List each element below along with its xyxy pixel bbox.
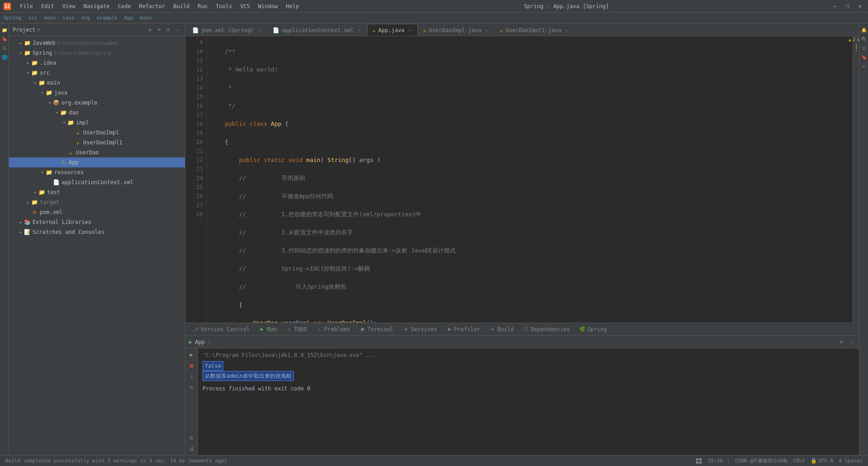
tab-pom-xml[interactable]: 📄 pom.xml (Spring) ✕ bbox=[187, 24, 267, 36]
javaweb-folder-icon: 📁 bbox=[24, 39, 31, 47]
tree-item-idea[interactable]: ▶ 📁 .idea bbox=[9, 58, 185, 68]
bottom-tab-terminal[interactable]: ▣ Terminal bbox=[356, 324, 397, 334]
tree-item-dao[interactable]: ▼ 📁 dao bbox=[9, 108, 185, 118]
line-num-24: 24 bbox=[185, 174, 203, 183]
status-indent[interactable]: 4 spaces bbox=[837, 458, 864, 464]
close-appcontext-tab[interactable]: ✕ bbox=[357, 28, 362, 33]
menu-file[interactable]: File bbox=[16, 2, 37, 10]
tree-item-pomxml[interactable]: ▶ m pom.xml bbox=[9, 207, 185, 217]
main-layout: 📁 🔖 ☰ 🌐 Project ▼ ⊕ ≡ ⚙ — ▶ 📁 JavaWe bbox=[0, 24, 868, 455]
tree-item-spring[interactable]: ▼ 📁 Spring D:\Users\Admin\Spring bbox=[9, 48, 185, 58]
breadcrumb-org[interactable]: org bbox=[81, 15, 90, 21]
bottom-tab-run[interactable]: ▶ Run bbox=[255, 324, 280, 334]
collapse-btn[interactable]: ≡ bbox=[155, 26, 163, 34]
project-icon[interactable]: 📁 bbox=[1, 26, 8, 33]
tree-item-target[interactable]: ▶ 📁 target bbox=[9, 197, 185, 207]
run-restart-btn[interactable]: ▶ bbox=[187, 350, 196, 359]
run-settings-btn[interactable]: ⚙ bbox=[837, 338, 845, 346]
code-editor[interactable]: 9 10 11 12 13 ▶ 14 15 ▶ 16 17 18 19 20 2… bbox=[185, 36, 853, 323]
code-line-15: public static void main( String[] args ) bbox=[211, 156, 849, 165]
close-panel-btn[interactable]: — bbox=[173, 26, 181, 34]
run-scroll-end-btn[interactable]: ⤓ bbox=[187, 372, 196, 381]
tree-item-test[interactable]: ▶ 📁 test bbox=[9, 187, 185, 197]
notifications-icon[interactable]: 🔔 bbox=[860, 26, 868, 33]
tree-label-app: App bbox=[69, 159, 79, 166]
tree-arrow-idea: ▶ bbox=[25, 60, 31, 66]
minimize-btn[interactable]: — bbox=[830, 3, 840, 10]
bottom-tab-problems[interactable]: ⚠ Problems bbox=[312, 324, 354, 334]
close-app-java-tab[interactable]: ✕ bbox=[407, 28, 413, 33]
bottom-tab-spring[interactable]: 🌿 Spring bbox=[576, 324, 610, 334]
menu-code[interactable]: Code bbox=[114, 2, 135, 10]
tree-item-java[interactable]: ▼ 📁 java bbox=[9, 88, 185, 98]
status-layout-btn[interactable] bbox=[694, 458, 704, 464]
tree-item-orgexample[interactable]: ▼ 📦 org.example bbox=[9, 98, 185, 108]
build-right-icon[interactable]: ⚒ bbox=[860, 62, 868, 70]
breadcrumb-java[interactable]: java bbox=[62, 15, 75, 21]
bottom-tab-todo[interactable]: ☑ TODO bbox=[282, 324, 311, 334]
close-pom-xml-tab[interactable]: ✕ bbox=[257, 28, 262, 33]
bookmarks-right-icon[interactable]: 🔖 bbox=[860, 53, 868, 61]
run-fold-btn[interactable]: ⊞ bbox=[187, 433, 196, 442]
menu-vcs[interactable]: VCS bbox=[236, 2, 254, 10]
breadcrumb-src[interactable]: src bbox=[28, 15, 37, 21]
tab-app-java[interactable]: ☕ App.java ✕ bbox=[368, 24, 418, 36]
tree-item-userdaoimpl[interactable]: ▶ ☕ UserDaoImpl bbox=[9, 128, 185, 138]
run-clear-btn[interactable]: ⊘ bbox=[187, 383, 196, 392]
structure-right-icon[interactable]: ☰ bbox=[860, 44, 868, 52]
tree-item-main[interactable]: ▼ 📁 main bbox=[9, 78, 185, 88]
tree-item-impl[interactable]: ▼ 📁 impl bbox=[9, 118, 185, 128]
line-num-23: 23 ▼ bbox=[185, 165, 203, 174]
scope-btn[interactable]: ⊕ bbox=[146, 26, 154, 34]
structure-icon[interactable]: ☰ bbox=[1, 44, 8, 52]
breadcrumb-example[interactable]: example bbox=[97, 15, 118, 21]
tree-item-app[interactable]: ▶ A App bbox=[9, 157, 185, 167]
status-crlf[interactable]: CRLF bbox=[791, 458, 807, 464]
tab-appcontext-xml[interactable]: 📄 applicationContext.xml ✕ bbox=[268, 24, 367, 36]
settings-btn[interactable]: ⚙ bbox=[164, 26, 172, 34]
close-run-panel[interactable]: ✕ bbox=[208, 339, 210, 344]
tree-item-userdaoimpl1[interactable]: ▶ ☕ UserDaoImpl1 bbox=[9, 138, 185, 147]
breadcrumb-spring[interactable]: Spring bbox=[4, 15, 22, 21]
web-icon[interactable]: 🌐 bbox=[1, 53, 8, 61]
project-dropdown-icon[interactable]: ▼ bbox=[38, 27, 40, 32]
bottom-tab-services[interactable]: ⚙ Services bbox=[399, 324, 441, 334]
tree-item-appcontext-xml[interactable]: ▶ 📄 applicationContext.xml bbox=[9, 177, 185, 187]
bottom-tab-dependencies[interactable]: ⬡ Dependencies bbox=[519, 324, 574, 334]
menu-navigate[interactable]: Navigate bbox=[80, 2, 113, 10]
tabs-more-btn[interactable]: ⋮ bbox=[849, 27, 857, 35]
menu-window[interactable]: Window bbox=[255, 2, 281, 10]
tab-userdaoimpl1[interactable]: ☕ UserDaoImpl1.java ✕ bbox=[495, 24, 574, 36]
plugins-icon[interactable]: 🔌 bbox=[860, 35, 868, 43]
breadcrumb-main-method[interactable]: main bbox=[140, 15, 152, 21]
run-minimize-btn[interactable]: — bbox=[847, 338, 855, 346]
close-userdaoimpl-tab[interactable]: ✕ bbox=[484, 28, 489, 33]
tree-item-javaweb[interactable]: ▶ 📁 JavaWeb D:\Users\Admin\JavaWeb bbox=[9, 38, 185, 48]
bookmark-icon[interactable]: 🔖 bbox=[1, 35, 8, 43]
run-stop-btn[interactable]: ■ bbox=[187, 361, 196, 370]
menu-tools[interactable]: Tools bbox=[212, 2, 236, 10]
tree-item-scratches[interactable]: ▶ 📝 Scratches and Consoles bbox=[9, 227, 185, 237]
close-userdaoimpl1-tab[interactable]: ✕ bbox=[564, 28, 569, 33]
menu-help[interactable]: Help bbox=[282, 2, 302, 10]
breadcrumb-app[interactable]: App bbox=[124, 15, 133, 21]
breadcrumb-main[interactable]: main bbox=[44, 15, 56, 21]
menu-run[interactable]: Run bbox=[194, 2, 211, 10]
menu-build[interactable]: Build bbox=[170, 2, 193, 10]
bottom-tab-profiler[interactable]: ◉ Profiler bbox=[442, 324, 484, 334]
status-encoding[interactable]: 🔒 UTF-8 bbox=[809, 458, 835, 464]
bottom-tab-version-control[interactable]: ⎇ Version Control bbox=[189, 324, 253, 334]
run-print-btn[interactable]: 🖨 bbox=[187, 444, 196, 453]
menu-view[interactable]: View bbox=[59, 2, 79, 10]
tree-item-userdao[interactable]: ▶ ☕ UserDao bbox=[9, 147, 185, 157]
tree-item-src[interactable]: ▼ 📁 src bbox=[9, 68, 185, 78]
tab-userdaoimpl[interactable]: ☕ UserDaoImpl.java ✕ bbox=[418, 24, 495, 36]
code-content[interactable]: /** * Hello world! * */ public class App… bbox=[207, 36, 853, 323]
menu-edit[interactable]: Edit bbox=[38, 2, 58, 10]
bottom-tab-build[interactable]: ⚒ Build bbox=[486, 324, 517, 334]
menu-refactor[interactable]: Refactor bbox=[135, 2, 169, 10]
close-btn[interactable]: ✕ bbox=[855, 3, 864, 10]
tree-item-extlibs[interactable]: ▶ 📚 External Libraries bbox=[9, 217, 185, 227]
tree-item-resources[interactable]: ▼ 📁 resources bbox=[9, 167, 185, 177]
maximize-btn[interactable]: ❐ bbox=[843, 3, 852, 10]
